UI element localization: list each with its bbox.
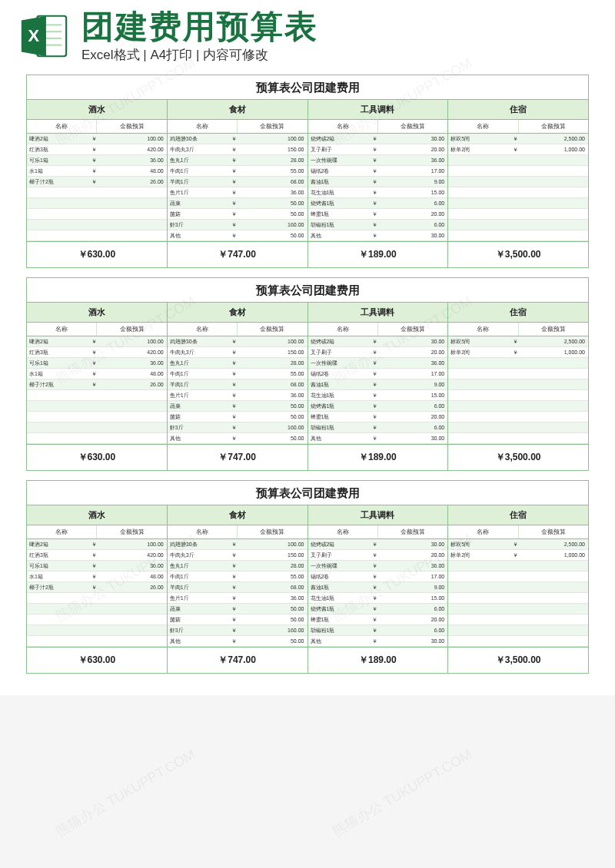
item-value: 17.00 — [379, 571, 447, 581]
item-value — [520, 412, 588, 422]
item-value: 150.00 — [238, 144, 307, 154]
item-value — [520, 582, 588, 592]
table-row: 标单2间￥1,000.00 — [448, 144, 588, 155]
item-name: 牛肉丸3斤 — [168, 347, 231, 357]
currency-symbol — [512, 155, 520, 165]
item-name — [27, 433, 91, 443]
category-header: 工具调料 — [308, 99, 448, 120]
item-value: 100.00 — [238, 134, 307, 144]
currency-symbol: ￥ — [512, 336, 520, 346]
table-row — [27, 433, 167, 444]
currency-symbol — [91, 198, 98, 208]
category-total: ￥630.00 — [27, 647, 167, 673]
page-title: 团建费用预算表 — [81, 9, 598, 45]
item-name: 烧烤碳2箱 — [308, 134, 372, 144]
item-name: 叉子刷子 — [308, 347, 372, 357]
table-row: 水1箱￥48.00 — [27, 369, 167, 379]
table-row: 鱼片1斤￥36.00 — [168, 593, 308, 604]
table-row: 菌菇￥50.00 — [168, 615, 308, 625]
item-name: 红酒3瓶 — [27, 347, 91, 357]
table-row — [448, 187, 588, 198]
item-value: 36.00 — [238, 187, 307, 197]
table-row: 叉子刷子￥20.00 — [308, 144, 448, 155]
item-value: 36.00 — [238, 390, 307, 400]
category-total: ￥3,500.00 — [448, 647, 588, 673]
column-sub-header: 名称金额预算 — [448, 120, 588, 134]
item-name — [448, 379, 512, 389]
item-name: 胡椒粉1瓶 — [308, 625, 372, 635]
item-name: 可乐1箱 — [27, 561, 91, 571]
currency-symbol: ￥ — [231, 134, 238, 144]
svg-text:X: X — [28, 26, 40, 45]
item-name: 牛肉丸3斤 — [168, 550, 231, 560]
table-row: 蔬菜￥50.00 — [168, 604, 308, 615]
sheet-title: 预算表公司团建费用 — [27, 481, 588, 505]
item-value: 30.00 — [379, 336, 447, 346]
item-value: 1,000.00 — [520, 550, 588, 560]
item-name — [448, 220, 512, 230]
currency-symbol — [512, 433, 520, 443]
item-value: 100.00 — [98, 336, 167, 346]
table-row: 叉子刷子￥20.00 — [308, 347, 448, 358]
table-row: 鸡翅膀30条￥100.00 — [168, 336, 308, 347]
currency-symbol: ￥ — [371, 358, 379, 368]
item-value — [520, 166, 588, 176]
item-name: 水1箱 — [27, 369, 91, 379]
item-name: 鱼片1斤 — [168, 187, 231, 197]
currency-symbol: ￥ — [371, 615, 379, 624]
item-name — [27, 412, 91, 422]
column-sub-header: 名称金额预算 — [308, 120, 448, 134]
item-name: 烧烤碳2箱 — [308, 336, 372, 346]
col-name-label: 名称 — [27, 525, 97, 538]
item-value: 160.00 — [238, 220, 307, 230]
table-row — [27, 625, 167, 636]
currency-symbol — [512, 198, 520, 208]
table-row: 红酒3瓶￥420.00 — [27, 347, 167, 358]
currency-symbol — [512, 177, 520, 187]
table-row: 啤酒2箱￥100.00 — [27, 134, 167, 144]
currency-symbol: ￥ — [512, 347, 520, 357]
item-value: 30.00 — [379, 134, 447, 144]
currency-symbol: ￥ — [231, 336, 238, 346]
table-row: 叉子刷子￥20.00 — [308, 550, 448, 561]
item-name — [448, 625, 512, 635]
col-budget-label: 金额预算 — [97, 120, 166, 133]
col-name-label: 名称 — [168, 323, 238, 336]
item-value: 50.00 — [238, 230, 307, 240]
item-value: 36.00 — [98, 155, 167, 165]
item-value: 50.00 — [238, 433, 307, 443]
currency-symbol: ￥ — [231, 230, 238, 240]
item-name: 胡椒粉1瓶 — [308, 422, 372, 432]
item-value: 6.00 — [379, 604, 447, 614]
budget-sheet: 预算表公司团建费用酒水名称金额预算啤酒2箱￥100.00红酒3瓶￥420.00可… — [26, 277, 589, 471]
table-row — [448, 220, 588, 230]
item-name: 蔬菜 — [168, 401, 231, 411]
category-header: 酒水 — [27, 302, 167, 323]
item-value: 9.00 — [379, 379, 447, 389]
item-name: 花生油1瓶 — [308, 187, 372, 197]
item-value — [520, 187, 588, 197]
item-name: 烧烤酱1瓶 — [308, 604, 372, 614]
item-name: 羊肉1斤 — [168, 379, 231, 389]
column-sub-header: 名称金额预算 — [448, 323, 588, 336]
table-row — [27, 401, 167, 412]
item-name — [27, 198, 91, 208]
item-value: 30.00 — [379, 636, 447, 646]
currency-symbol: ￥ — [231, 636, 238, 646]
table-row: 标双5间￥2,500.00 — [448, 134, 588, 144]
item-value: 26.00 — [98, 582, 167, 592]
item-name — [448, 187, 512, 197]
currency-symbol: ￥ — [231, 347, 238, 357]
item-value — [520, 422, 588, 432]
category-column: 酒水名称金额预算啤酒2箱￥100.00红酒3瓶￥420.00可乐1箱￥36.00… — [27, 505, 167, 673]
item-value: 28.00 — [238, 561, 307, 571]
currency-symbol: ￥ — [231, 177, 238, 187]
table-row: 鱼片1斤￥36.00 — [168, 187, 308, 198]
item-value: 36.00 — [379, 358, 447, 368]
item-value: 50.00 — [238, 604, 307, 614]
currency-symbol: ￥ — [91, 155, 98, 165]
currency-symbol — [512, 358, 520, 368]
col-budget-label: 金额预算 — [519, 525, 588, 538]
item-value: 55.00 — [238, 571, 307, 581]
currency-symbol: ￥ — [371, 422, 379, 432]
